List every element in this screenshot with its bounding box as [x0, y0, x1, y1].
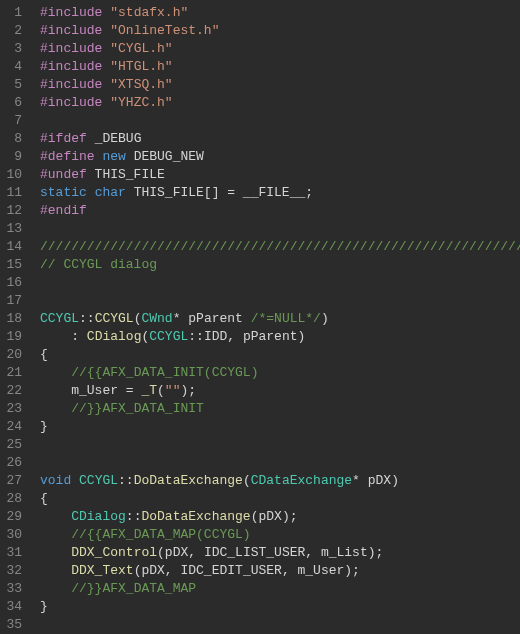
token-id: pParent — [180, 311, 250, 326]
line-number: 21 — [6, 364, 22, 382]
line-number: 34 — [6, 598, 22, 616]
code-line[interactable]: #include "OnlineTest.h" — [40, 22, 520, 40]
code-line[interactable]: #include "HTGL.h" — [40, 58, 520, 76]
token-id — [40, 581, 71, 596]
code-line[interactable]: //}}AFX_DATA_INIT — [40, 400, 520, 418]
token-typ: CCYGL — [149, 329, 188, 344]
code-line[interactable]: void CCYGL::DoDataExchange(CDataExchange… — [40, 472, 520, 490]
code-line[interactable]: //{{AFX_DATA_INIT(CCYGL) — [40, 364, 520, 382]
token-id: THIS_FILE — [87, 167, 165, 182]
token-com: /*=NULL*/ — [251, 311, 321, 326]
code-line[interactable]: #undef THIS_FILE — [40, 166, 520, 184]
token-id: pDX — [360, 473, 391, 488]
token-fn: _T — [141, 383, 157, 398]
code-line[interactable]: // CCYGL dialog — [40, 256, 520, 274]
token-kw-pp: #include — [40, 41, 102, 56]
token-id — [79, 329, 87, 344]
code-line[interactable]: } — [40, 418, 520, 436]
token-macro: new — [102, 149, 125, 164]
line-number: 8 — [6, 130, 22, 148]
code-line[interactable]: //}}AFX_DATA_MAP — [40, 580, 520, 598]
token-kw-pp: #endif — [40, 203, 87, 218]
token-com: //}}AFX_DATA_INIT — [71, 401, 204, 416]
token-kw-pp: #include — [40, 23, 102, 38]
line-number: 16 — [6, 274, 22, 292]
token-com: ////////////////////////////////////////… — [40, 239, 520, 254]
token-id: IDC_EDIT_USER — [180, 563, 281, 578]
line-number: 20 — [6, 346, 22, 364]
line-number: 2 — [6, 22, 22, 40]
token-op: ); — [282, 509, 298, 524]
line-number-gutter: 1234567891011121314151617181920212223242… — [0, 0, 32, 634]
token-op: } — [40, 419, 48, 434]
line-number: 33 — [6, 580, 22, 598]
line-number: 15 — [6, 256, 22, 274]
code-line[interactable] — [40, 616, 520, 634]
code-line[interactable]: #ifdef _DEBUG — [40, 130, 520, 148]
code-line[interactable] — [40, 220, 520, 238]
code-line[interactable]: DDX_Text(pDX, IDC_EDIT_USER, m_User); — [40, 562, 520, 580]
code-line[interactable]: #include "CYGL.h" — [40, 40, 520, 58]
line-number: 6 — [6, 94, 22, 112]
token-str: "OnlineTest.h" — [110, 23, 219, 38]
line-number: 25 — [6, 436, 22, 454]
code-line[interactable]: static char THIS_FILE[] = __FILE__; — [40, 184, 520, 202]
token-fn: DoDataExchange — [141, 509, 250, 524]
token-id — [40, 329, 71, 344]
token-op: ); — [180, 383, 196, 398]
code-line[interactable]: { — [40, 490, 520, 508]
line-number: 35 — [6, 616, 22, 634]
code-line[interactable]: CCYGL::CCYGL(CWnd* pParent /*=NULL*/) — [40, 310, 520, 328]
code-line[interactable]: : CDialog(CCYGL::IDD, pParent) — [40, 328, 520, 346]
token-id: THIS_FILE[] = __FILE__; — [126, 185, 313, 200]
code-line[interactable]: #include "YHZC.h" — [40, 94, 520, 112]
token-op: , — [305, 545, 321, 560]
token-op: , — [165, 563, 181, 578]
token-op: ) — [391, 473, 399, 488]
code-line[interactable]: m_User = _T(""); — [40, 382, 520, 400]
code-line[interactable]: #include "XTSQ.h" — [40, 76, 520, 94]
code-editor[interactable]: #include "stdafx.h"#include "OnlineTest.… — [32, 0, 520, 634]
token-op: ); — [368, 545, 384, 560]
token-op: , — [282, 563, 298, 578]
code-line[interactable]: ////////////////////////////////////////… — [40, 238, 520, 256]
token-fn: DDX_Control — [71, 545, 157, 560]
token-op: , — [188, 545, 204, 560]
line-number: 30 — [6, 526, 22, 544]
token-kw-pp: #include — [40, 95, 102, 110]
token-com: // CCYGL dialog — [40, 257, 157, 272]
token-op: ) — [298, 329, 306, 344]
line-number: 22 — [6, 382, 22, 400]
line-number: 24 — [6, 418, 22, 436]
code-line[interactable] — [40, 436, 520, 454]
token-typ: CDataExchange — [251, 473, 352, 488]
token-typ: CDialog — [71, 509, 126, 524]
code-line[interactable]: } — [40, 598, 520, 616]
code-line[interactable]: { — [40, 346, 520, 364]
token-str: "HTGL.h" — [110, 59, 172, 74]
token-id — [40, 527, 71, 542]
line-number: 5 — [6, 76, 22, 94]
code-line[interactable]: #endif — [40, 202, 520, 220]
code-line[interactable] — [40, 274, 520, 292]
token-op: :: — [79, 311, 95, 326]
code-line[interactable] — [40, 454, 520, 472]
code-line[interactable]: #include "stdafx.h" — [40, 4, 520, 22]
token-typ: CCYGL — [79, 473, 118, 488]
token-com: //{{AFX_DATA_INIT(CCYGL) — [71, 365, 258, 380]
code-line[interactable]: DDX_Control(pDX, IDC_LIST_USER, m_List); — [40, 544, 520, 562]
code-line[interactable]: //{{AFX_DATA_MAP(CCYGL) — [40, 526, 520, 544]
code-line[interactable]: CDialog::DoDataExchange(pDX); — [40, 508, 520, 526]
code-line[interactable] — [40, 292, 520, 310]
code-line[interactable] — [40, 112, 520, 130]
token-op: :: — [188, 329, 204, 344]
token-fn: CCYGL — [95, 311, 134, 326]
line-number: 4 — [6, 58, 22, 76]
token-kw: void — [40, 473, 71, 488]
token-fn: DoDataExchange — [134, 473, 243, 488]
token-kw-pp: #include — [40, 5, 102, 20]
token-id — [40, 509, 71, 524]
line-number: 29 — [6, 508, 22, 526]
code-line[interactable]: #define new DEBUG_NEW — [40, 148, 520, 166]
token-id — [87, 185, 95, 200]
